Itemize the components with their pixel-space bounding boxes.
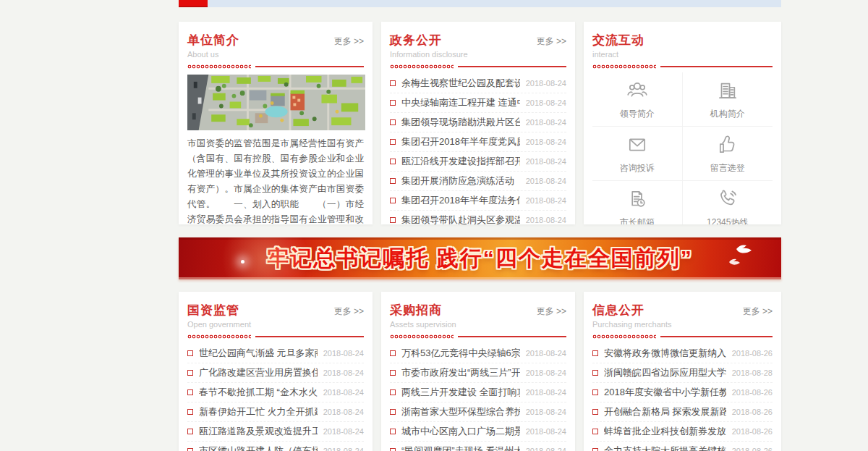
- panel-interact: 交流互动 interact 领导简介: [584, 22, 781, 224]
- news-title[interactable]: 市委市政府发出“两线三片”开发建设...: [401, 366, 520, 379]
- panel-title: 采购招商: [390, 302, 442, 319]
- news-item[interactable]: 浙南首家大型环保型综合养护基地启用 2018-08-24: [390, 402, 566, 422]
- news-item[interactable]: 广化路改建区营业用房置换住宅安置启动 2018-08-24: [187, 363, 364, 383]
- interact-label: 领导简介: [620, 108, 655, 120]
- panel-about: 单位简介 更多 >> About us: [179, 22, 373, 224]
- news-date: 2018-08-24: [323, 408, 364, 416]
- news-item[interactable]: 全力支持大院大所提高关键核心技术创... 2018-08-26: [592, 442, 773, 451]
- news-title[interactable]: 集团召开2018年半年度党风廉政建设工...: [401, 135, 520, 148]
- news-item[interactable]: 中央绿轴南连工程开建 连通中央绿轴与... 2018-08-24: [390, 93, 566, 113]
- bullet-icon: [592, 350, 598, 356]
- interact-label: 市长邮箱: [620, 216, 655, 224]
- interact-item-messages[interactable]: 留言选登: [683, 127, 773, 181]
- envelope-icon: [625, 132, 650, 157]
- more-link[interactable]: 更多 >>: [537, 305, 566, 318]
- news-title[interactable]: 浙闽赣皖四省边际应用型大学联盟成立: [604, 366, 726, 379]
- header-divider: [390, 334, 566, 340]
- panel-info-public: 信息公开 更多 >> Purchasing merchants 安徽将政务微博微…: [584, 292, 781, 451]
- phone-icon: [715, 187, 740, 211]
- slogan-banner[interactable]: 牢记总书记嘱托 践行“四个走在全国前列”: [179, 237, 781, 279]
- news-item[interactable]: 开创融合新格局 探索发展新路径 2018-08-26: [592, 402, 773, 422]
- bullet-icon: [390, 119, 396, 125]
- news-item[interactable]: 集团召开2018年半年度法务信访工作会议 2018-08-24: [390, 191, 566, 211]
- news-item[interactable]: 余梅生视察世纪公园及配套设施运营情况 2018-08-24: [390, 74, 566, 93]
- interact-item-leaders[interactable]: 领导简介: [592, 72, 683, 127]
- news-item[interactable]: 蚌埠首批企业科技创新券发放 2018-08-26: [592, 422, 773, 442]
- bullet-icon: [592, 409, 598, 415]
- panel-row-2: 国资监管 更多 >> Open government 世纪公园商气渐盛 元旦多家…: [179, 292, 781, 451]
- more-link[interactable]: 更多 >>: [334, 35, 364, 48]
- interact-label: 咨询投诉: [620, 162, 655, 174]
- news-item[interactable]: 集团领导现场踏勘洪殿片区台风受灾及... 2018-08-24: [390, 113, 566, 132]
- news-item[interactable]: “民间观摩团”走现场 看温州大建大... 2018-08-24: [390, 442, 566, 451]
- news-title[interactable]: 瓯江路道路及景观改造提升工程进场施工: [199, 425, 318, 438]
- news-title[interactable]: 集团召开2018年半年度法务信访工作会议: [401, 194, 520, 207]
- news-item[interactable]: 集团召开2018年半年度党风廉政建设工... 2018-08-24: [390, 132, 566, 152]
- news-item[interactable]: 浙闽赣皖四省边际应用型大学联盟成立 2018-08-28: [592, 363, 773, 383]
- news-list: 余梅生视察世纪公园及配套设施运营情况 2018-08-24 中央绿轴南连工程开建…: [390, 74, 566, 224]
- news-title[interactable]: 万科53亿元竞得中央绿轴6宗组合地块: [401, 347, 520, 360]
- panel-subtitle: Information disclosure: [390, 50, 566, 59]
- news-title[interactable]: 瓯江沿线开发建设指挥部召开工作推进会: [401, 155, 520, 168]
- news-title[interactable]: 全力支持大院大所提高关键核心技术创...: [604, 444, 726, 451]
- news-date: 2018-08-26: [732, 447, 773, 451]
- interact-item-mayor-mailbox[interactable]: 市长邮箱: [592, 181, 683, 224]
- news-item[interactable]: 城市中心区南入口广场二期景观绿化工... 2018-08-24: [390, 422, 566, 442]
- news-title[interactable]: 安徽将政务微博微信更新纳入考核: [604, 347, 726, 360]
- bullet-icon: [390, 80, 396, 86]
- bullet-icon: [390, 448, 396, 451]
- more-link[interactable]: 更多 >>: [334, 305, 364, 318]
- news-title[interactable]: 世纪公园商气渐盛 元旦多家商家开门迎客: [199, 347, 318, 360]
- news-title[interactable]: 蚌埠首批企业科技创新券发放: [604, 425, 726, 438]
- bullet-icon: [390, 370, 396, 376]
- news-title[interactable]: 2018年度安徽省中小学新任教师公开招...: [604, 386, 726, 399]
- news-title[interactable]: 中央绿轴南连工程开建 连通中央绿轴与...: [401, 96, 520, 109]
- news-item[interactable]: 2018年度安徽省中小学新任教师公开招... 2018-08-26: [592, 383, 773, 402]
- document-clock-icon: [625, 187, 650, 211]
- news-item[interactable]: 世纪公园商气渐盛 元旦多家商家开门迎客 2018-08-24: [187, 344, 364, 363]
- news-date: 2018-08-24: [526, 368, 566, 377]
- news-item[interactable]: 瓯江路道路及景观改造提升工程进场施工 2018-08-24: [187, 422, 364, 442]
- more-link[interactable]: 更多 >>: [537, 35, 566, 48]
- interact-item-consult[interactable]: 咨询投诉: [592, 127, 683, 181]
- panel-title: 政务公开: [390, 32, 442, 49]
- news-title[interactable]: 春节不歇抢抓工期 “金木水火土”加快...: [199, 386, 318, 399]
- news-item[interactable]: 万科53亿元竞得中央绿轴6宗组合地块 2018-08-24: [390, 344, 566, 363]
- news-title[interactable]: 余梅生视察世纪公园及配套设施运营情况: [401, 77, 520, 90]
- bullet-icon: [592, 429, 598, 434]
- news-item[interactable]: 瓯江沿线开发建设指挥部召开工作推进会 2018-08-24: [390, 152, 566, 172]
- bullet-icon: [187, 389, 193, 395]
- news-title[interactable]: 集团领导现场踏勘洪殿片区台风受灾及...: [401, 116, 520, 129]
- news-title[interactable]: 开创融合新格局 探索发展新路径: [604, 405, 726, 418]
- interact-item-hotline[interactable]: 12345热线: [683, 181, 773, 224]
- header-divider: [187, 334, 364, 340]
- news-title[interactable]: 市区绣山路开建人防（停车场）工程: [199, 444, 318, 451]
- news-item[interactable]: 市区绣山路开建人防（停车场）工程 2018-08-24: [187, 442, 364, 451]
- news-item[interactable]: 集团开展消防应急演练活动 2018-08-24: [390, 172, 566, 191]
- news-title[interactable]: 新春伊始开工忙 火力全开抓建设: [199, 405, 318, 418]
- news-item[interactable]: 安徽将政务微博微信更新纳入考核 2018-08-26: [592, 344, 773, 363]
- active-nav-tab-marker[interactable]: [179, 0, 208, 7]
- interact-label: 留言选登: [710, 162, 745, 174]
- news-item[interactable]: 两线三片开发建设 全面打响攻坚战 2018-08-24: [390, 383, 566, 402]
- news-title[interactable]: 集团领导带队赴洞头区参观温州首个智...: [401, 214, 520, 224]
- interact-item-organization[interactable]: 机构简介: [683, 72, 773, 127]
- interact-grid: 领导简介 机构简介: [592, 72, 773, 224]
- news-item[interactable]: 春节不歇抢抓工期 “金木水火土”加快... 2018-08-24: [187, 383, 364, 402]
- news-item[interactable]: 市委市政府发出“两线三片”开发建设... 2018-08-24: [390, 363, 566, 383]
- thumbs-up-icon: [715, 132, 740, 157]
- news-title[interactable]: 两线三片开发建设 全面打响攻坚战: [401, 386, 520, 399]
- about-aerial-image[interactable]: [187, 75, 365, 130]
- news-item[interactable]: 新春伊始开工忙 火力全开抓建设 2018-08-24: [187, 402, 364, 422]
- news-date: 2018-08-28: [732, 368, 773, 377]
- news-date: 2018-08-24: [526, 427, 566, 436]
- news-title[interactable]: 城市中心区南入口广场二期景观绿化工...: [401, 425, 520, 438]
- news-title[interactable]: 广化路改建区营业用房置换住宅安置启动: [199, 366, 318, 379]
- news-item[interactable]: 集团领导带队赴洞头区参观温州首个智... 2018-08-24: [390, 211, 566, 224]
- header-divider: [592, 334, 773, 340]
- panel-subtitle: Open government: [187, 320, 364, 329]
- news-title[interactable]: “民间观摩团”走现场 看温州大建大...: [401, 444, 520, 451]
- news-title[interactable]: 集团开展消防应急演练活动: [401, 174, 520, 187]
- news-title[interactable]: 浙南首家大型环保型综合养护基地启用: [401, 405, 520, 418]
- more-link[interactable]: 更多 >>: [743, 305, 773, 318]
